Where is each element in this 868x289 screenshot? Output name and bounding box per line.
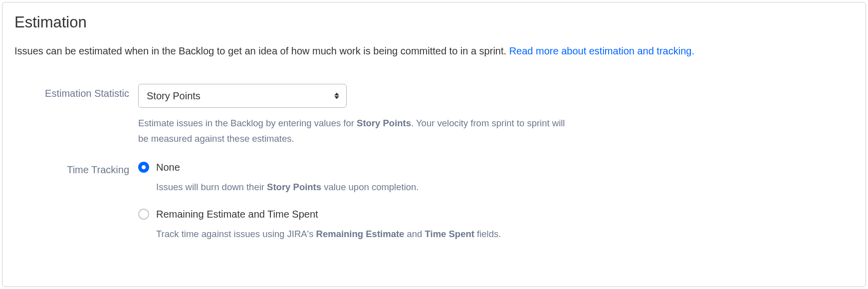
radio-option-remaining-estimate[interactable]: Remaining Estimate and Time Spent Track … (138, 207, 854, 241)
radio-content: None Issues will burn down their Story P… (156, 160, 854, 194)
time-tracking-radio-group: None Issues will burn down their Story P… (138, 160, 854, 241)
select-value: Story Points (147, 90, 201, 102)
radio-label-none: None (156, 160, 854, 174)
radio-content: Remaining Estimate and Time Spent Track … (156, 207, 854, 241)
estimation-statistic-row: Estimation Statistic Story Points Estima… (14, 84, 854, 146)
estimation-statistic-help: Estimate issues in the Backlog by enteri… (138, 116, 577, 146)
estimation-panel: Estimation Issues can be estimated when … (2, 2, 866, 287)
panel-title: Estimation (14, 13, 854, 31)
radio-selected-icon (138, 162, 149, 173)
time-tracking-label: Time Tracking (14, 160, 138, 176)
time-tracking-control: None Issues will burn down their Story P… (138, 160, 854, 241)
estimation-statistic-select[interactable]: Story Points (138, 84, 347, 108)
radio-description-none: Issues will burn down their Story Points… (156, 180, 854, 194)
time-tracking-row: Time Tracking None Issues will burn down… (14, 160, 854, 241)
read-more-link[interactable]: Read more about estimation and tracking. (509, 45, 694, 56)
panel-description: Issues can be estimated when in the Back… (14, 43, 854, 59)
radio-description-remaining: Track time against issues using JIRA's R… (156, 227, 854, 241)
estimation-statistic-control: Story Points Estimate issues in the Back… (138, 84, 854, 146)
radio-label-remaining: Remaining Estimate and Time Spent (156, 207, 854, 221)
estimation-statistic-label: Estimation Statistic (14, 84, 138, 99)
select-arrows-icon (334, 93, 339, 99)
radio-option-none[interactable]: None Issues will burn down their Story P… (138, 160, 854, 194)
radio-unselected-icon (138, 209, 149, 220)
description-text: Issues can be estimated when in the Back… (14, 45, 509, 56)
